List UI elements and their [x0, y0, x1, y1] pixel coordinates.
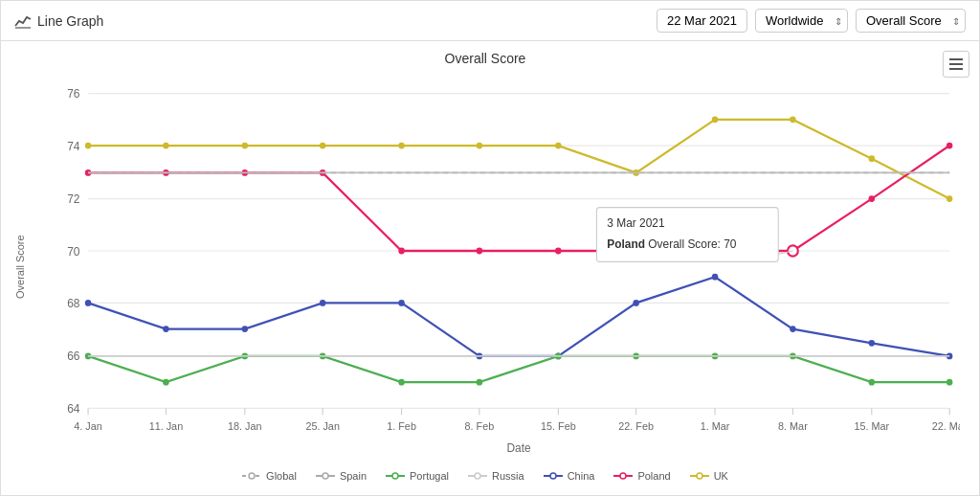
- chart-wrapper: Overall Score 76: [11, 72, 960, 462]
- uk-dot: [869, 155, 876, 162]
- svg-text:22. Mar: 22. Mar: [932, 420, 960, 432]
- svg-text:76: 76: [67, 87, 79, 101]
- legend: Global Spain Portugal: [11, 462, 960, 485]
- china-dot: [242, 326, 249, 332]
- chart-svg: 76 74 72 70 68 66 64 4. Jan 11. Jan 18. …: [26, 72, 960, 462]
- svg-text:68: 68: [67, 297, 79, 310]
- chart-inner: 76 74 72 70 68 66 64 4. Jan 11. Jan 18. …: [26, 72, 960, 462]
- poland-dot: [398, 248, 405, 255]
- svg-point-45: [392, 473, 398, 479]
- legend-russia-icon: [468, 471, 487, 481]
- legend-poland-icon: [613, 471, 633, 481]
- svg-point-51: [620, 473, 626, 479]
- china-dot: [790, 326, 796, 332]
- china-dot: [320, 300, 326, 306]
- header-title: Line Graph: [14, 12, 647, 30]
- portugal-dot: [947, 379, 953, 386]
- legend-global-icon: [242, 471, 261, 481]
- line-graph-icon: [14, 12, 32, 30]
- chart-area: Overall Score Overall Score: [1, 41, 979, 495]
- svg-text:15. Mar: 15. Mar: [854, 420, 889, 432]
- poland-dot: [477, 248, 483, 255]
- svg-text:18. Jan: 18. Jan: [228, 420, 262, 432]
- china-dot: [398, 300, 405, 306]
- uk-dot: [398, 143, 405, 149]
- legend-uk-label: UK: [714, 470, 728, 482]
- legend-item-spain: Spain: [316, 470, 367, 482]
- legend-item-russia: Russia: [468, 470, 524, 482]
- legend-item-portugal: Portugal: [386, 470, 449, 482]
- legend-russia-label: Russia: [492, 470, 524, 482]
- region-select-wrapper: Worldwide: [755, 9, 848, 33]
- svg-text:8. Mar: 8. Mar: [778, 420, 808, 432]
- poland-dot: [947, 143, 953, 149]
- legend-portugal-icon: [386, 471, 405, 481]
- uk-dot: [712, 116, 719, 123]
- chart-title: Overall Score: [11, 51, 960, 66]
- tooltip-value-text: Poland Overall Score: 70: [607, 237, 736, 250]
- svg-text:72: 72: [67, 192, 79, 206]
- uk-dot: [242, 143, 249, 149]
- poland-dot: [869, 195, 876, 202]
- svg-point-43: [323, 473, 328, 479]
- title-text: Line Graph: [37, 13, 103, 29]
- china-dot: [712, 274, 719, 281]
- svg-text:25. Jan: 25. Jan: [305, 420, 340, 432]
- svg-text:1. Feb: 1. Feb: [387, 420, 416, 432]
- svg-point-47: [475, 473, 480, 479]
- uk-dot: [790, 116, 796, 123]
- header: Line Graph 22 Mar 2021 Worldwide Overall…: [1, 1, 979, 41]
- date-button[interactable]: 22 Mar 2021: [657, 9, 747, 33]
- region-select[interactable]: Worldwide: [755, 9, 848, 33]
- legend-item-poland: Poland: [613, 470, 670, 482]
- header-controls: 22 Mar 2021 Worldwide Overall Score: [657, 9, 966, 33]
- svg-text:74: 74: [67, 139, 79, 152]
- china-dot: [85, 300, 92, 306]
- svg-text:Date: Date: [507, 440, 531, 454]
- legend-poland-label: Poland: [637, 470, 670, 482]
- uk-dot: [477, 143, 483, 149]
- svg-text:8. Feb: 8. Feb: [465, 420, 495, 432]
- china-dot: [163, 326, 169, 332]
- poland-line: [88, 146, 949, 251]
- menu-line-1: [949, 58, 963, 60]
- metric-select[interactable]: Overall Score: [856, 9, 966, 33]
- legend-spain-label: Spain: [340, 470, 367, 482]
- legend-global-label: Global: [266, 470, 297, 482]
- tooltip-date-text: 3 Mar 2021: [607, 216, 664, 230]
- legend-item-global: Global: [242, 470, 297, 482]
- china-dot: [869, 340, 876, 347]
- uk-dot: [947, 195, 953, 202]
- portugal-line: [88, 356, 949, 382]
- legend-uk-icon: [690, 471, 709, 481]
- svg-text:70: 70: [67, 244, 79, 258]
- svg-point-49: [550, 473, 556, 479]
- svg-text:22. Feb: 22. Feb: [618, 420, 654, 432]
- portugal-dot: [398, 379, 405, 386]
- portugal-dot: [477, 379, 483, 386]
- poland-dot: [555, 248, 562, 255]
- uk-dot: [85, 143, 92, 149]
- metric-select-wrapper: Overall Score: [856, 9, 966, 33]
- portugal-dot: [869, 379, 876, 386]
- uk-line: [88, 120, 949, 199]
- china-dot: [633, 300, 639, 306]
- svg-text:1. Mar: 1. Mar: [701, 420, 730, 432]
- menu-line-3: [949, 68, 963, 70]
- legend-spain-icon: [316, 471, 335, 481]
- svg-point-41: [249, 473, 255, 479]
- uk-dot: [555, 143, 562, 149]
- svg-text:11. Jan: 11. Jan: [149, 420, 184, 432]
- legend-china-icon: [544, 471, 563, 481]
- uk-dot: [163, 143, 169, 149]
- svg-text:66: 66: [67, 349, 79, 363]
- svg-point-53: [697, 473, 702, 479]
- y-axis-label: Overall Score: [11, 72, 26, 462]
- legend-item-uk: UK: [690, 470, 728, 482]
- portugal-dot: [163, 379, 169, 386]
- svg-text:15. Feb: 15. Feb: [541, 420, 576, 432]
- app-container: Line Graph 22 Mar 2021 Worldwide Overall…: [0, 0, 980, 496]
- legend-item-china: China: [544, 470, 595, 482]
- svg-text:4. Jan: 4. Jan: [74, 420, 102, 432]
- legend-china-label: China: [568, 470, 595, 482]
